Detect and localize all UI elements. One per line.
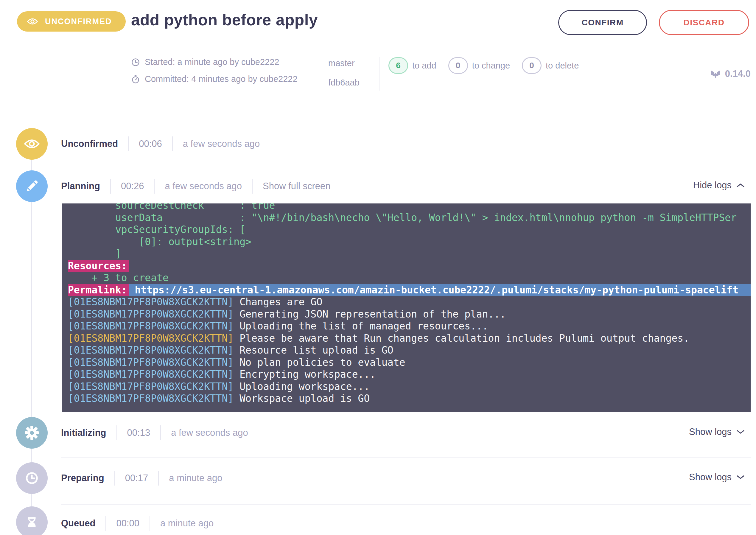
divider [172,136,173,151]
divider [117,425,117,440]
change-modify: 0 to change [448,57,510,74]
log-segment-green: vpcSecurityGroupIds: [ [68,224,245,236]
log-segment-white: Uploading the list of managed resources.… [234,320,488,332]
status-badge: UNCONFIRMED [17,11,126,32]
add-count-label: to add [412,61,436,70]
meta-divider [588,57,588,91]
stage-duration: 00:13 [127,428,151,438]
stage-name: Planning [61,181,100,191]
stage-timestamp: a minute ago [160,518,213,529]
confirm-button[interactable]: CONFIRM [558,10,647,35]
committed-text: Committed: 4 minutes ago by cube2222 [145,74,297,84]
delete-count-badge: 0 [522,57,542,74]
log-segment-ulid: [01ES8NBM17PF8P0W8XGCK2KTTN] [68,356,234,369]
change-add: 6 to add [388,57,436,74]
eye-icon [27,18,38,25]
discard-button[interactable]: DISCARD [659,10,749,35]
log-line: [01ES8NBM17PF8P0W8XGCK2KTTN] Uploading w… [68,381,751,393]
branch-name: master [328,58,370,68]
divider [128,136,129,151]
log-segment-pink: Resources: [68,260,129,272]
row-separator [61,504,751,505]
stage-duration: 00:26 [121,181,144,191]
show-logs-toggle-preparing[interactable]: Show logs [689,472,745,483]
stage-timestamp: a few seconds ago [183,138,260,149]
change-count-label: to change [472,61,510,70]
change-summary: 6 to add 0 to change 0 to delete [388,57,579,74]
divider [154,179,154,194]
clock-icon [16,462,48,494]
log-segment-white: Generating JSON representation of the pl… [234,308,506,321]
run-meta: Started: a minute ago by cube2222 Commit… [131,57,751,91]
committed-row: Committed: 4 minutes ago by cube2222 [131,74,310,84]
log-lines: sourceDestCheck : true userData : "\n#!/… [68,204,751,405]
eye-icon [16,128,48,160]
show-fullscreen-link[interactable]: Show full screen [263,181,330,191]
log-line: [01ES8NBM17PF8P0W8XGCK2KTTN] Changes are… [68,296,751,308]
log-line: [01ES8NBM17PF8P0W8XGCK2KTTN] No plan pol… [68,356,751,369]
log-segment-white: Please be aware that Run changes calcula… [234,332,689,345]
log-segment-white: Changes are GO [234,296,322,308]
planning-log-terminal[interactable]: sourceDestCheck : true userData : "\n#!/… [62,204,751,412]
page-title: add python before apply [131,11,318,29]
log-segment-ulid: [01ES8NBM17PF8P0W8XGCK2KTTN] [68,344,234,356]
terraform-version: 0.14.0 [710,69,751,79]
stage-name: Queued [61,518,95,529]
log-segment-ulid: [01ES8NBM17PF8P0W8XGCK2KTTN] [68,320,234,332]
log-segment-link: https://s3.eu-central-1.amazonaws.com/am… [129,284,751,296]
log-line: [01ES8NBM17PF8P0W8XGCK2KTTN] Uploading t… [68,320,751,332]
delete-count-label: to delete [546,61,579,70]
show-logs-label: Show logs [689,472,732,483]
status-badge-label: UNCONFIRMED [45,17,112,26]
log-line: sourceDestCheck : true [68,204,751,212]
stage-duration: 00:06 [139,138,162,149]
divider [150,516,150,531]
stage-row-preparing: Preparing 00:17 a minute ago [61,470,222,486]
log-segment-white: Resource list upload is GO [234,344,393,356]
started-row: Started: a minute ago by cube2222 [131,57,310,67]
stage-row-unconfirmed: Unconfirmed 00:06 a few seconds ago [61,136,260,152]
log-segment-white: Workspace upload is GO [234,393,370,405]
log-line: [01ES8NBM17PF8P0W8XGCK2KTTN] Generating … [68,308,751,321]
meta-times: Started: a minute ago by cube2222 Commit… [131,57,310,84]
hide-logs-toggle[interactable]: Hide logs [693,180,745,191]
meta-divider [379,57,379,91]
log-segment-ulid: [01ES8NBM17PF8P0W8XGCK2KTTN] [68,296,234,308]
stage-row-planning: Planning 00:26 a few seconds ago Show fu… [61,179,330,194]
show-logs-label: Show logs [689,427,732,437]
log-segment-ulid: [01ES8NBM17PF8P0W8XGCK2KTTN] [68,381,234,393]
stage-name: Preparing [61,473,104,484]
log-segment-green: [0]: output<string> [68,236,251,248]
log-segment-green: sourceDestCheck : true [68,204,275,212]
chevron-down-icon [736,475,745,480]
log-line: ] [68,248,751,260]
divider [114,471,115,486]
divider [105,516,106,531]
add-count-badge: 6 [388,57,408,74]
stopwatch-icon [131,75,140,84]
stage-name: Initializing [61,428,106,438]
log-segment-green: userData : "\n#!/bin/bash\necho \"Hello,… [68,212,737,224]
log-segment-green: + 3 to create [68,272,169,284]
chevron-down-icon [736,430,745,434]
stage-row-queued: Queued 00:00 a minute ago [61,516,213,531]
commit-hash: fdb6aab [328,78,370,88]
log-segment-white: No plan policies to evaluate [234,356,405,369]
run-detail-page: UNCONFIRMED add python before apply CONF… [0,0,756,535]
log-line: + 3 to create [68,272,751,284]
stage-timestamp: a few seconds ago [165,181,242,191]
stage-name: Unconfirmed [61,138,118,149]
divider [160,425,161,440]
log-segment-ulid: [01ES8NBM17PF8P0W8XGCK2KTTN] [68,369,234,381]
gear-icon [16,417,48,449]
log-segment-warn: [01ES8NBM17PF8P0W8XGCK2KTTN] [68,332,234,345]
log-line: vpcSecurityGroupIds: [ [68,224,751,236]
show-logs-toggle-initializing[interactable]: Show logs [689,427,745,437]
log-line: Resources: [68,260,751,272]
log-line: [01ES8NBM17PF8P0W8XGCK2KTTN] Encrypting … [68,369,751,381]
hourglass-icon [16,506,48,535]
divider [110,179,111,194]
log-line: userData : "\n#!/bin/bash\necho \"Hello,… [68,212,751,224]
log-line: [0]: output<string> [68,236,751,248]
log-line: [01ES8NBM17PF8P0W8XGCK2KTTN] Please be a… [68,332,751,345]
